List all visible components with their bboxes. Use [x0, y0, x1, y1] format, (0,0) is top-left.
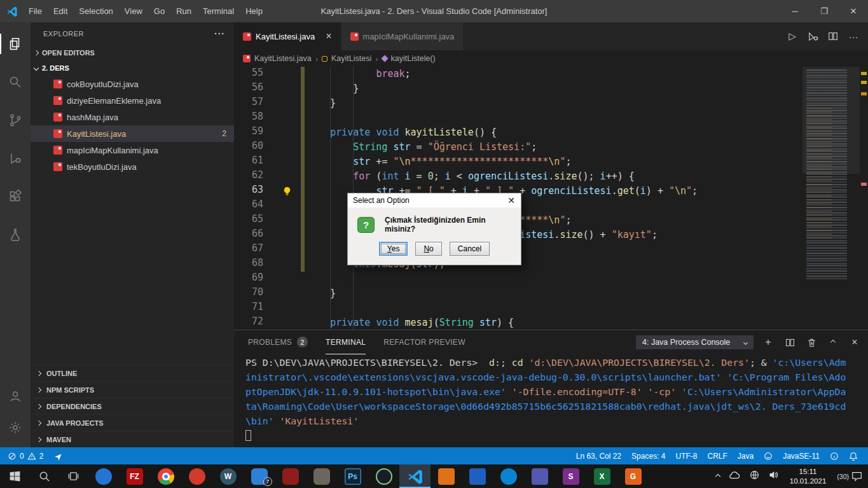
start-button[interactable]: [0, 464, 29, 488]
breadcrumb-file[interactable]: KayitListesi.java: [254, 54, 312, 63]
close-icon[interactable]: ×: [326, 31, 331, 42]
search-icon[interactable]: [0, 63, 31, 101]
java-runtime[interactable]: JavaSE-11: [778, 447, 825, 464]
menu-help[interactable]: Help: [240, 0, 268, 22]
dialog-close-button[interactable]: ✕: [502, 195, 521, 206]
sidebar-section-java-projects[interactable]: JAVA PROJECTS: [31, 414, 234, 431]
overview-ruler[interactable]: [860, 67, 868, 330]
close-panel-button[interactable]: ×: [848, 337, 862, 348]
menu-selection[interactable]: Selection: [73, 0, 118, 22]
taskbar-app-vscode[interactable]: [399, 464, 431, 488]
taskbar-app-excel[interactable]: X: [586, 464, 617, 488]
split-editor-icon[interactable]: [823, 31, 843, 42]
onedrive-cloud-icon[interactable]: [728, 471, 741, 482]
menu-file[interactable]: File: [23, 0, 48, 22]
sidebar-section-maven[interactable]: MAVEN: [31, 431, 234, 447]
cursor-position[interactable]: Ln 63, Col 22: [571, 447, 626, 464]
lightbulb-icon[interactable]: [282, 186, 292, 196]
language-mode[interactable]: Java: [733, 447, 759, 464]
minimize-button[interactable]: ─: [780, 0, 809, 22]
testing-icon[interactable]: [0, 216, 31, 254]
kill-terminal-button[interactable]: [804, 337, 818, 348]
file-item[interactable]: mapIciMapKullanimi.java: [31, 142, 234, 158]
taskbar-app-g-app[interactable]: G: [617, 464, 649, 488]
tray-expand-icon[interactable]: [715, 473, 720, 478]
open-editors-section[interactable]: OPEN EDITORS: [31, 45, 234, 60]
sidebar-section-npm-scripts[interactable]: NPM SCRIPTS: [31, 381, 234, 398]
taskbar-app-gimp[interactable]: [306, 464, 337, 488]
breadcrumb-method[interactable]: kayitListele(): [391, 54, 436, 63]
more-actions-icon[interactable]: ···: [844, 31, 863, 42]
file-item[interactable]: cokBoyutluDizi.java: [31, 76, 234, 92]
terminal-picker-dropdown[interactable]: 4: Java Process Console: [636, 335, 754, 349]
taskbar-app-eclipse[interactable]: [368, 464, 399, 488]
maximize-button[interactable]: ❐: [809, 0, 839, 22]
taskbar-clock[interactable]: 15:11 10.01.2021: [787, 467, 829, 486]
source-control-icon[interactable]: [0, 101, 31, 139]
menu-view[interactable]: View: [119, 0, 148, 22]
problems-status[interactable]: 0 2: [3, 447, 48, 464]
dialog-cancel-button[interactable]: Cancel: [450, 242, 490, 256]
minimap[interactable]: [803, 67, 860, 330]
menu-go[interactable]: Go: [148, 0, 170, 22]
run-file-icon[interactable]: ▷: [783, 31, 802, 42]
eol-setting[interactable]: CRLF: [702, 447, 732, 464]
new-terminal-button[interactable]: +: [761, 337, 775, 348]
indentation-setting[interactable]: Spaces: 4: [626, 447, 670, 464]
taskbar-app-orange-app[interactable]: [431, 464, 462, 488]
info-icon[interactable]: [825, 447, 844, 464]
split-terminal-button[interactable]: [783, 337, 797, 348]
network-icon[interactable]: [749, 470, 760, 483]
notifications-bell-icon[interactable]: [844, 447, 863, 464]
taskbar-app-blue-mail[interactable]: [88, 464, 119, 488]
volume-icon[interactable]: [768, 470, 779, 483]
task-view-icon[interactable]: [59, 464, 88, 488]
taskbar-app-edge[interactable]: [493, 464, 524, 488]
debug-run-icon[interactable]: [803, 31, 822, 43]
notification-center-icon[interactable]: (30): [837, 471, 863, 482]
maximize-panel-button[interactable]: [826, 340, 840, 344]
more-actions-icon[interactable]: ···: [214, 29, 225, 39]
dialog-title-bar[interactable]: Select an Option ✕: [348, 193, 521, 207]
terminal-output[interactable]: PS D:\DEV\JAVA\PROJECTS\BIREYSEL\2. Ders…: [245, 355, 864, 447]
encoding-setting[interactable]: UTF-8: [670, 447, 702, 464]
file-item[interactable]: tekBoyutluDizi.java: [31, 158, 234, 175]
file-item[interactable]: hashMap.java: [31, 109, 234, 125]
feedback-smiley-icon[interactable]: [759, 447, 778, 464]
taskbar-app-opera[interactable]: [181, 464, 212, 488]
settings-gear-icon[interactable]: [0, 412, 31, 443]
taskbar-app-chrome[interactable]: [150, 464, 181, 488]
accounts-icon[interactable]: [0, 380, 31, 412]
taskbar-app-wordpress[interactable]: W: [212, 464, 244, 488]
taskbar-search-icon[interactable]: [29, 464, 59, 488]
minimap-viewport[interactable]: [803, 67, 860, 174]
workspace-folder[interactable]: 2. DERS: [31, 60, 234, 76]
taskbar-app-red-app[interactable]: [275, 464, 306, 488]
taskbar-app-filezilla[interactable]: FZ: [119, 464, 150, 488]
extensions-icon[interactable]: [0, 178, 31, 216]
menu-edit[interactable]: Edit: [48, 0, 73, 22]
close-button[interactable]: ✕: [839, 0, 868, 22]
editor-tab[interactable]: KayitListesi.java×: [234, 22, 341, 50]
taskbar-app-teams[interactable]: [524, 464, 555, 488]
menu-terminal[interactable]: Terminal: [197, 0, 240, 22]
menu-run[interactable]: Run: [170, 0, 197, 22]
dialog-no-button[interactable]: No: [415, 242, 441, 256]
editor-tab[interactable]: mapIciMapKullanimi.java: [341, 22, 464, 50]
taskbar-app-purple-s-app[interactable]: S: [555, 464, 586, 488]
sidebar-section-outline[interactable]: OUTLINE: [31, 365, 234, 381]
file-item[interactable]: KayitListesi.java2: [31, 125, 234, 142]
file-item[interactable]: diziyeElemanEkleme.java: [31, 92, 234, 109]
code-editor[interactable]: 555657585960616263646566676869707172 bre…: [234, 67, 868, 330]
taskbar-app-blue-app[interactable]: [462, 464, 493, 488]
sidebar-section-dependencies[interactable]: DEPENDENCIES: [31, 398, 234, 414]
panel-tab-terminal[interactable]: TERMINAL: [326, 330, 366, 354]
launch-icon[interactable]: [48, 447, 67, 464]
taskbar-app-photoshop[interactable]: Ps: [337, 464, 368, 488]
panel-tab-problems[interactable]: PROBLEMS2: [248, 330, 308, 354]
explorer-icon[interactable]: [0, 25, 31, 63]
panel-tab-refactor-preview[interactable]: REFACTOR PREVIEW: [383, 330, 465, 354]
run-debug-icon[interactable]: [0, 139, 31, 178]
breadcrumb-class[interactable]: KayitListesi: [331, 54, 371, 63]
taskbar-app-thunderbird[interactable]: 7: [244, 464, 275, 488]
